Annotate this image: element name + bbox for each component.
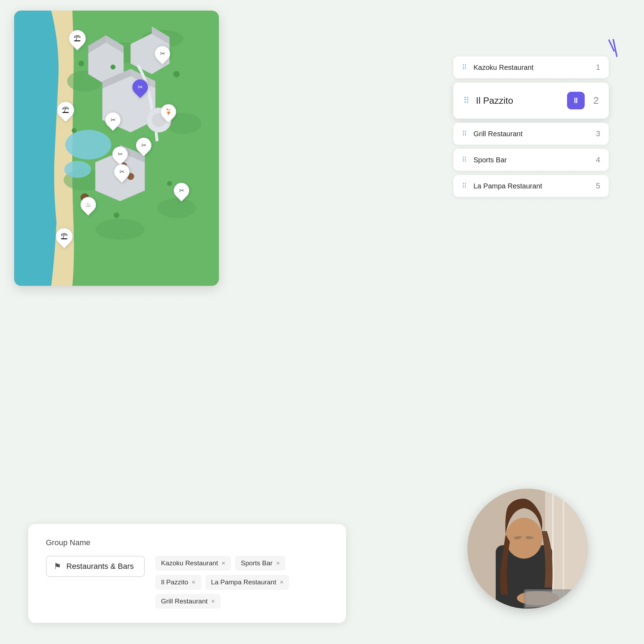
- list-item-number-5: 5: [592, 181, 600, 191]
- svg-point-26: [114, 212, 119, 218]
- svg-point-25: [72, 128, 77, 133]
- il-pazzito-badge: ⏸: [567, 92, 585, 109]
- restaurant-icon-2: ✂: [111, 116, 116, 124]
- svg-rect-39: [526, 591, 572, 607]
- list-item-name-4: Sports Bar: [473, 156, 592, 164]
- list-panel: ⠿ Kazoku Restaurant 1 ⠿ Il Pazzito ⏸ 2 ⠿…: [453, 56, 609, 201]
- svg-point-20: [65, 130, 111, 160]
- map-pin-il-pazzito[interactable]: ✂: [132, 79, 148, 95]
- restaurant-icon-6: ✂: [179, 187, 184, 194]
- group-name-field[interactable]: ⚑ Restaurants & Bars: [46, 556, 145, 577]
- tag-kazoku-close[interactable]: ×: [222, 560, 226, 566]
- map-container: ⛱ ⛱ ⛱ ✂ ✂ ✂ ✂ ✂: [14, 11, 219, 286]
- group-name-label: Group Name: [46, 538, 328, 547]
- umbrella-icon-1: ⛱: [74, 35, 81, 43]
- list-item-name-5: La Pampa Restaurant: [473, 182, 592, 190]
- list-item-il-pazzito[interactable]: ⠿ Il Pazzito ⏸ 2: [453, 83, 609, 119]
- drag-handle-3[interactable]: ⠿: [462, 130, 467, 138]
- map-pin-restaurant-2[interactable]: ✂: [105, 112, 121, 128]
- tag-la-pampa[interactable]: La Pampa Restaurant ×: [205, 575, 289, 590]
- map-pin-restaurant-4[interactable]: ✂: [112, 146, 128, 162]
- person-photo-circle: [467, 489, 588, 609]
- tag-la-pampa-label: La Pampa Restaurant: [211, 578, 276, 586]
- map-pin-restaurant-1[interactable]: ✂: [155, 46, 170, 61]
- list-item-name-3: Grill Restaurant: [473, 130, 592, 138]
- restaurant-icon-5: ✂: [119, 168, 125, 176]
- svg-point-24: [173, 71, 180, 77]
- tag-kazoku-label: Kazoku Restaurant: [161, 559, 218, 567]
- map-pin-restaurant-5[interactable]: ✂: [114, 164, 130, 180]
- list-item-grill[interactable]: ⠿ Grill Restaurant 3: [453, 123, 609, 145]
- group-row: ⚑ Restaurants & Bars Kazoku Restaurant ×…: [46, 556, 328, 609]
- drag-handle-4[interactable]: ⠿: [462, 156, 467, 164]
- flag-icon: ⚑: [54, 561, 61, 571]
- drag-handle-5[interactable]: ⠿: [462, 182, 467, 190]
- map-pin-cocktail[interactable]: 🍹: [161, 104, 176, 120]
- map-pin-umbrella-1[interactable]: ⛱: [69, 30, 86, 47]
- cocktail-icon: 🍹: [165, 108, 172, 116]
- tag-grill-label: Grill Restaurant: [161, 597, 208, 605]
- list-item-name-2: Il Pazzito: [476, 95, 567, 106]
- tags-row-3: Grill Restaurant ×: [155, 594, 328, 609]
- restaurant-icon-3: ✂: [141, 142, 147, 149]
- tags-area: Kazoku Restaurant × Sports Bar × Il Pazz…: [155, 556, 328, 609]
- tag-il-pazzito[interactable]: Il Pazzito ×: [155, 575, 201, 590]
- list-item-number-2: 2: [590, 95, 599, 106]
- restaurant-icon-1: ✂: [160, 50, 165, 58]
- sparkle-decoration: [611, 39, 616, 57]
- restaurant-icon-active: ✂: [138, 83, 143, 91]
- svg-point-21: [64, 161, 91, 178]
- svg-point-36: [506, 518, 542, 559]
- bottom-panel: Group Name ⚑ Restaurants & Bars Kazoku R…: [28, 524, 346, 623]
- pause-icon: ⏸: [572, 96, 580, 105]
- tag-sports-bar[interactable]: Sports Bar ×: [235, 556, 285, 571]
- person-photo-svg: [467, 489, 588, 609]
- tag-sports-bar-close[interactable]: ×: [276, 560, 280, 566]
- svg-point-6: [157, 198, 196, 218]
- tag-grill-close[interactable]: ×: [211, 598, 215, 604]
- tag-la-pampa-close[interactable]: ×: [280, 579, 284, 585]
- svg-point-27: [167, 181, 172, 186]
- drag-handle-2[interactable]: ⠿: [463, 96, 470, 106]
- svg-point-22: [78, 61, 84, 66]
- tag-grill[interactable]: Grill Restaurant ×: [155, 594, 221, 609]
- drag-handle-1[interactable]: ⠿: [462, 63, 467, 72]
- list-item-la-pampa[interactable]: ⠿ La Pampa Restaurant 5: [453, 175, 609, 197]
- umbrella-icon-3: ⛱: [61, 233, 68, 241]
- map-pin-umbrella-2[interactable]: ⛱: [57, 102, 74, 119]
- list-item-name-1: Kazoku Restaurant: [473, 64, 592, 72]
- tag-sports-bar-label: Sports Bar: [241, 559, 273, 567]
- list-item-number-3: 3: [592, 129, 600, 138]
- map-pin-restaurant-6[interactable]: ✂: [174, 183, 189, 198]
- tags-row-2: Il Pazzito × La Pampa Restaurant ×: [155, 575, 328, 590]
- svg-point-23: [111, 65, 115, 70]
- tags-row-1: Kazoku Restaurant × Sports Bar ×: [155, 556, 328, 571]
- umbrella-icon-2: ⛱: [62, 106, 69, 114]
- map-pin-spa[interactable]: ♨: [80, 197, 96, 212]
- restaurant-icon-4: ✂: [118, 150, 123, 158]
- list-item-sports-bar[interactable]: ⠿ Sports Bar 4: [453, 149, 609, 171]
- tag-il-pazzito-label: Il Pazzito: [161, 578, 188, 586]
- map-pin-restaurant-3[interactable]: ✂: [136, 138, 151, 153]
- tag-il-pazzito-close[interactable]: ×: [192, 579, 196, 585]
- list-item-kazoku[interactable]: ⠿ Kazoku Restaurant 1: [453, 56, 609, 78]
- group-name-value: Restaurants & Bars: [66, 562, 134, 571]
- spa-icon: ♨: [85, 201, 91, 209]
- map-pin-umbrella-3[interactable]: ⛱: [56, 228, 73, 245]
- list-item-number-1: 1: [592, 63, 600, 72]
- tag-kazoku[interactable]: Kazoku Restaurant ×: [155, 556, 231, 571]
- svg-point-7: [95, 219, 145, 240]
- list-item-number-4: 4: [592, 155, 600, 164]
